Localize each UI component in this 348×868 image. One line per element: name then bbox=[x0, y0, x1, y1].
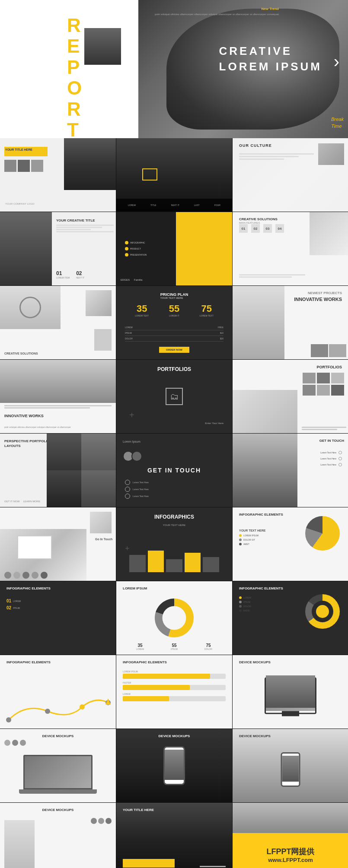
small-thumbnails bbox=[311, 344, 346, 357]
title-placeholder-lines bbox=[200, 866, 226, 868]
bridge-image bbox=[0, 360, 116, 403]
price-line-3: DOLOR$20 bbox=[125, 336, 223, 342]
bar-5 bbox=[203, 557, 219, 572]
circle-chart-wrapper bbox=[155, 599, 194, 637]
infographics-desc: YOUR TEXT HERE bbox=[163, 524, 185, 526]
portfolio-icon: 🗂 bbox=[166, 388, 183, 405]
pricing-numbers: 35 LOREM TEXT 55 LOREM IT 75 LOREM TEXT bbox=[116, 303, 232, 317]
progress-bar-1: LOREM IPSUM bbox=[123, 670, 226, 679]
text-area bbox=[4, 405, 112, 409]
yellow-border-box bbox=[142, 168, 157, 181]
hero-section: 2019 REPORT YOUR COMPANY LOGO CREATIVE L… bbox=[0, 0, 348, 138]
hero-arrow-icon[interactable]: › bbox=[334, 52, 339, 71]
slide-r3c2: PRICING PLAN YOUR TEXT HERE 35 LOREM TEX… bbox=[116, 286, 232, 359]
pie-chart bbox=[305, 516, 340, 551]
social-icon-5 bbox=[41, 572, 48, 579]
label-5: FOUR bbox=[214, 204, 220, 206]
contact-text-2: Lorem Text Here bbox=[133, 488, 149, 491]
features-row: 01 02 03 04 bbox=[239, 224, 284, 233]
stat-2: 02NEXT IT bbox=[76, 270, 84, 279]
contact-item-3: Lorem Text Here bbox=[320, 463, 342, 466]
road-path-chart bbox=[4, 690, 112, 724]
bar-2 bbox=[148, 551, 164, 572]
legend-items: LOREM IPSUM DOLOR RATIO bbox=[239, 596, 251, 614]
label-edges: EDGES bbox=[121, 279, 130, 281]
device-mockups-title-3: DEVICE MOCKUPS bbox=[159, 734, 190, 738]
fill-1 bbox=[123, 674, 210, 679]
product-desc-lines bbox=[239, 274, 305, 279]
company-label: YOUR COMPANY LOGO bbox=[5, 203, 35, 205]
fill-3 bbox=[123, 696, 169, 701]
person-sm-3 bbox=[47, 470, 81, 507]
price-2: 55 LOREM IT bbox=[169, 303, 179, 317]
label-4: LAST bbox=[194, 204, 200, 206]
road-dot-2 bbox=[45, 709, 50, 714]
road-dot-3 bbox=[80, 704, 85, 710]
bridge-background bbox=[233, 434, 297, 507]
get-in-touch-center: GET IN TOUCH bbox=[147, 465, 201, 475]
slide-r3c1: CREATIVE SOLUTIONS bbox=[0, 286, 116, 359]
lg-4: RATIO bbox=[239, 609, 251, 612]
dot-1 bbox=[125, 241, 128, 244]
lfppt-title: LFPPT网提供 bbox=[267, 846, 315, 857]
lg-1: LOREM bbox=[239, 596, 251, 599]
contact-icon-2 bbox=[125, 487, 130, 492]
get-in-touch-title: GET IN TOUCH bbox=[319, 439, 344, 443]
dot-item-3: PRESENTATION bbox=[125, 253, 147, 257]
progress-bar-2: FASTER bbox=[123, 681, 226, 690]
phone-screen-2 bbox=[282, 756, 299, 782]
pie-legend: YOUR TEXT HERE LOREM IPSUM DOLOR SIT AME… bbox=[239, 523, 265, 547]
slides-grid: YOUR TITLE HERE YOUR COMPANY LOGO LOREM … bbox=[0, 138, 348, 868]
slide-r8c1: INFOGRAPHIC ELEMENTS bbox=[0, 655, 116, 729]
legend-dot-3 bbox=[239, 543, 242, 545]
si-3 bbox=[105, 818, 112, 824]
num-2: 55 IPSUM bbox=[171, 643, 178, 650]
slide-r9c1: DEVICE MOCKUPS bbox=[0, 729, 116, 802]
dot-item-1: INFOGRAPHIC bbox=[125, 241, 147, 244]
bottom-stats: 01LOREM ITEM 02NEXT IT bbox=[56, 270, 84, 279]
contact-item-2: Lorem Text Here bbox=[320, 457, 342, 460]
avatar-2 bbox=[131, 451, 142, 462]
price-3: 75 LOREM TEXT bbox=[200, 303, 214, 317]
yellow-block bbox=[176, 212, 232, 285]
slide-r9c3: DEVICE MOCKUPS bbox=[233, 729, 348, 802]
order-button[interactable]: ORDER NOW bbox=[159, 347, 189, 353]
small-img-3 bbox=[31, 160, 43, 172]
progress-bars: LOREM IPSUM FASTER LOREM bbox=[123, 670, 226, 704]
portfolio-desc-lines bbox=[302, 427, 346, 431]
contact-text-1: Lorem Text Here bbox=[133, 481, 149, 484]
monitor-shape bbox=[17, 535, 52, 559]
lg-dot-4 bbox=[239, 609, 242, 612]
monitor-stand bbox=[282, 711, 299, 716]
pie-desc-label: YOUR TEXT HERE bbox=[239, 529, 265, 532]
creative-title: YOUR CREATIVE TITLE bbox=[56, 219, 114, 222]
slide-r4c2: PORTFOLIOS 🗂 + Enter Your Here bbox=[116, 360, 232, 433]
legend-dot-2 bbox=[239, 539, 242, 541]
price-1: 35 LOREM TEXT bbox=[135, 303, 149, 317]
slide-r10c2: YOUR TITLE HERE bbox=[116, 803, 232, 868]
slide-r9c2: DEVICE MOCKUPS bbox=[116, 729, 232, 802]
label-3: NEXT IT bbox=[171, 204, 179, 206]
slide-r10c3: LFPPT网提供 www.LFPPT.com bbox=[233, 803, 348, 868]
person-sm-2 bbox=[81, 434, 116, 470]
stat-1: 01LOREM ITEM bbox=[56, 270, 70, 279]
social-icons-top bbox=[4, 740, 26, 746]
slide-r2c1: YOUR CREATIVE TITLE 01LOREM ITEM 02NEXT … bbox=[0, 212, 116, 285]
slide-r8c2: INFOGRAPHIC ELEMENTS LOREM IPSUM FASTER … bbox=[116, 655, 232, 729]
feat-1: 01 bbox=[239, 224, 248, 233]
bottom-labels-row: EDGES Familia bbox=[121, 279, 142, 281]
pricing-plan-title: PRICING PLAN YOUR TEXT HERE bbox=[160, 292, 188, 299]
grid-img-2 bbox=[317, 373, 330, 383]
legend-3: AMET bbox=[239, 543, 265, 545]
social-row-1 bbox=[91, 818, 112, 824]
lfppt-url: www.LFPPT.com bbox=[268, 857, 313, 863]
infographic-elements-title-4: INFOGRAPHIC ELEMENTS bbox=[123, 660, 167, 664]
dot-3 bbox=[125, 253, 128, 257]
social-icon-1 bbox=[4, 572, 11, 579]
culture-lines bbox=[239, 153, 314, 161]
slide-r6c2: INFOGRAPHICS YOUR TEXT HERE + bbox=[116, 507, 232, 581]
phone-mockup-2 bbox=[281, 752, 300, 787]
donut-chart-2 bbox=[305, 594, 340, 629]
infographic-elements-title: INFOGRAPHIC ELEMENTS bbox=[239, 513, 283, 516]
numbers-row: 35 LOREM 55 IPSUM 75 DOLOR bbox=[123, 643, 226, 650]
